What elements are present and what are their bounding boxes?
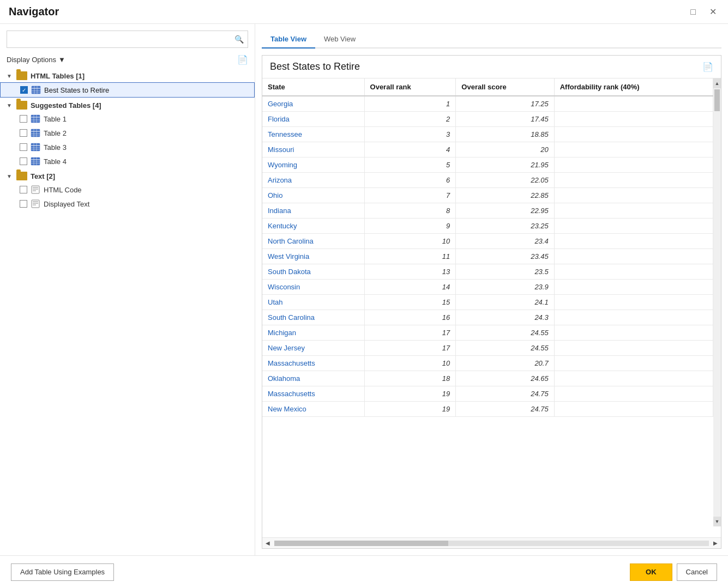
col-overall-rank: Overall rank — [364, 78, 456, 96]
cell-state: Massachusetts — [262, 386, 364, 402]
cell-rank: 8 — [364, 203, 456, 219]
text-group: ▼ Text [2] HTML Code — [0, 169, 255, 211]
best-states-item[interactable]: ✓ Best States to Retire — [0, 82, 255, 98]
table-row: Utah1524.1 — [262, 295, 713, 310]
cell-state: Wisconsin — [262, 280, 364, 295]
svg-rect-12 — [31, 129, 40, 137]
search-bar: 🔍 — [7, 31, 248, 48]
minimize-button[interactable]: □ — [687, 5, 700, 19]
table-row: West Virginia1123.45 — [262, 249, 713, 264]
cell-state: Wyoming — [262, 157, 364, 173]
cell-affordability — [554, 386, 713, 402]
data-table-wrapper[interactable]: State Overall rank Overall score Afforda… — [262, 78, 721, 537]
displayed-text-checkbox[interactable] — [20, 200, 27, 208]
window-controls: □ ✕ — [687, 5, 719, 19]
cell-state: Utah — [262, 295, 364, 310]
col-affordability: Affordability rank (40%) — [554, 78, 713, 96]
table4-checkbox[interactable] — [20, 157, 27, 165]
horizontal-scrollbar[interactable]: ◀ ▶ — [262, 537, 721, 548]
html-tables-header[interactable]: ▼ HTML Tables [1] — [0, 69, 255, 82]
cell-score: 23.45 — [456, 249, 554, 264]
tab-table-view[interactable]: Table View — [262, 31, 315, 49]
cell-state: Kentucky — [262, 219, 364, 234]
scroll-h-track[interactable] — [274, 541, 709, 546]
cell-score: 23.5 — [456, 264, 554, 280]
svg-rect-30 — [32, 186, 39, 193]
best-states-checkbox[interactable]: ✓ — [20, 86, 28, 94]
cell-rank: 13 — [364, 264, 456, 280]
cell-rank: 17 — [364, 341, 456, 356]
cell-affordability — [554, 173, 713, 188]
display-options-row: Display Options ▼ 📄 — [0, 52, 255, 69]
cell-rank: 4 — [364, 142, 456, 157]
table-row: Georgia117.25 — [262, 96, 713, 112]
tab-web-view[interactable]: Web View — [315, 31, 364, 49]
cell-state: South Dakota — [262, 264, 364, 280]
table-icon-4 — [31, 157, 40, 166]
table3-item[interactable]: Table 3 — [0, 140, 255, 154]
table-header-row: State Overall rank Overall score Afforda… — [262, 78, 713, 96]
cell-state: Indiana — [262, 203, 364, 219]
scroll-down-arrow[interactable]: ▼ — [713, 517, 721, 526]
cell-score: 17.45 — [456, 112, 554, 127]
display-options-button[interactable]: Display Options ▼ — [7, 56, 65, 64]
ok-button[interactable]: OK — [630, 563, 672, 581]
scroll-up-arrow[interactable]: ▲ — [713, 78, 721, 88]
cell-state: West Virginia — [262, 249, 364, 264]
table1-checkbox[interactable] — [20, 115, 27, 123]
close-button[interactable]: ✕ — [706, 5, 719, 19]
chevron-down-icon: ▼ — [58, 56, 65, 64]
suggested-tables-header[interactable]: ▼ Suggested Tables [4] — [0, 99, 255, 112]
displayed-text-item[interactable]: Displayed Text — [0, 197, 255, 211]
text-group-header[interactable]: ▼ Text [2] — [0, 169, 255, 183]
best-states-label: Best States to Retire — [44, 86, 109, 94]
scroll-right-arrow[interactable]: ▶ — [710, 538, 721, 549]
cell-affordability — [554, 127, 713, 142]
table4-item[interactable]: Table 4 — [0, 154, 255, 168]
cell-score: 24.55 — [456, 341, 554, 356]
scroll-h-thumb — [274, 541, 448, 546]
table2-checkbox[interactable] — [20, 129, 27, 137]
cell-affordability — [554, 371, 713, 386]
cell-score: 24.55 — [456, 325, 554, 341]
bottom-right-buttons: OK Cancel — [630, 563, 717, 581]
table2-item[interactable]: Table 2 — [0, 126, 255, 140]
text-doc-icon-2 — [31, 199, 40, 208]
cell-state: Michigan — [262, 325, 364, 341]
suggested-tables-label: Suggested Tables [4] — [31, 101, 101, 110]
cell-affordability — [554, 264, 713, 280]
table1-item[interactable]: Table 1 — [0, 112, 255, 126]
display-options-label: Display Options — [7, 56, 56, 64]
text-group-label: Text [2] — [31, 172, 55, 180]
bottom-bar: Add Table Using Examples OK Cancel — [0, 555, 728, 588]
cell-rank: 15 — [364, 295, 456, 310]
svg-rect-6 — [31, 115, 40, 123]
folder-icon-2 — [16, 101, 27, 110]
html-code-label: HTML Code — [44, 186, 82, 194]
preview-export-icon[interactable]: 📄 — [702, 62, 713, 72]
table-row: Wisconsin1423.9 — [262, 280, 713, 295]
html-code-item[interactable]: HTML Code — [0, 183, 255, 197]
preview-title: Best States to Retire — [270, 61, 360, 72]
cell-score: 24.65 — [456, 371, 554, 386]
table-row: Ohio722.85 — [262, 188, 713, 203]
cancel-button[interactable]: Cancel — [677, 563, 717, 581]
table-icon-1 — [31, 114, 40, 123]
scroll-left-arrow[interactable]: ◀ — [262, 538, 273, 549]
table3-checkbox[interactable] — [20, 143, 27, 151]
scroll-thumb[interactable] — [714, 89, 720, 111]
cell-state: Georgia — [262, 96, 364, 112]
cell-rank: 3 — [364, 127, 456, 142]
vertical-scrollbar[interactable]: ▲ ▼ — [713, 78, 721, 526]
title-bar: Navigator □ ✕ — [0, 0, 728, 24]
export-icon[interactable]: 📄 — [237, 54, 248, 65]
text-doc-icon — [31, 185, 40, 194]
cell-affordability — [554, 280, 713, 295]
cell-score: 18.85 — [456, 127, 554, 142]
displayed-text-label: Displayed Text — [44, 200, 89, 208]
add-table-button[interactable]: Add Table Using Examples — [11, 563, 114, 581]
search-input[interactable] — [7, 31, 248, 48]
html-code-checkbox[interactable] — [20, 186, 27, 193]
table-row: Wyoming521.95 — [262, 157, 713, 173]
suggested-tables-group: ▼ Suggested Tables [4] — [0, 99, 255, 168]
